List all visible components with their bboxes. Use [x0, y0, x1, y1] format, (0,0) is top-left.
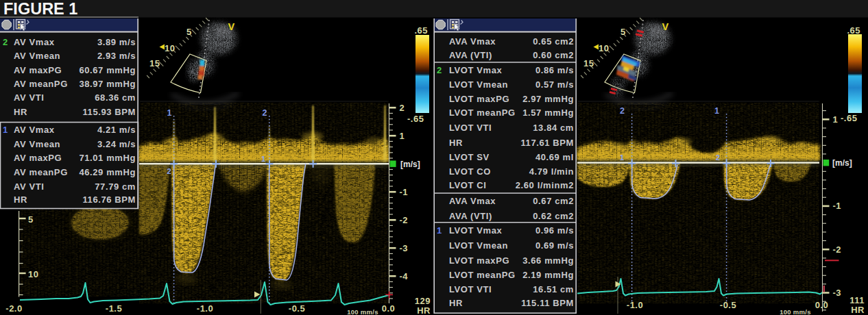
- svg-text:AVA (VTI): AVA (VTI): [449, 211, 492, 221]
- svg-text:2: 2: [437, 65, 442, 75]
- svg-text:-1.0: -1.0: [627, 300, 643, 310]
- svg-text:-2: -2: [833, 244, 842, 255]
- svg-text:1: 1: [167, 108, 172, 118]
- svg-text:0.96 m/s: 0.96 m/s: [535, 225, 574, 236]
- svg-text:AV maxPG: AV maxPG: [14, 153, 62, 163]
- svg-text:15: 15: [583, 58, 594, 68]
- svg-text:LVOT Vmean: LVOT Vmean: [449, 79, 508, 90]
- svg-text:0.0: 0.0: [815, 300, 829, 310]
- svg-text:AVA (VTI): AVA (VTI): [449, 50, 492, 60]
- svg-text:-4: -4: [400, 271, 409, 281]
- svg-text:HR: HR: [14, 107, 27, 117]
- svg-text:38.97 mmHg: 38.97 mmHg: [79, 79, 136, 89]
- svg-text:1: 1: [620, 153, 624, 162]
- svg-text:LVOT meanPG: LVOT meanPG: [449, 108, 516, 118]
- svg-text:AVA Vmax: AVA Vmax: [449, 36, 496, 47]
- svg-text:-1: -1: [833, 201, 842, 211]
- svg-text:10: 10: [28, 269, 38, 279]
- svg-text:1: 1: [714, 106, 719, 116]
- svg-text:3.66 mmHg: 3.66 mmHg: [522, 255, 574, 266]
- svg-text:1: 1: [400, 131, 405, 141]
- svg-text:1.57 mmHg: 1.57 mmHg: [522, 108, 574, 118]
- svg-text:2: 2: [263, 108, 267, 118]
- svg-text:HR: HR: [851, 305, 865, 315]
- svg-text:LVOT CI: LVOT CI: [449, 180, 487, 190]
- svg-text:0.86 m/s: 0.86 m/s: [535, 65, 574, 75]
- svg-text:2.97 mmHg: 2.97 mmHg: [522, 94, 574, 104]
- svg-text:0.0: 0.0: [382, 303, 396, 314]
- svg-text:40.69 ml: 40.69 ml: [535, 152, 574, 162]
- svg-text:HR: HR: [417, 305, 431, 315]
- svg-text:AV VTI: AV VTI: [14, 92, 45, 103]
- svg-text:HR: HR: [449, 138, 463, 148]
- svg-text:HR: HR: [449, 298, 463, 308]
- svg-text:-.65: -.65: [407, 114, 424, 124]
- svg-text:LVOT SV: LVOT SV: [449, 152, 490, 162]
- svg-text:77.79 cm: 77.79 cm: [95, 181, 136, 192]
- svg-text:AV Vmean: AV Vmean: [14, 139, 60, 149]
- svg-text:1: 1: [437, 225, 442, 236]
- svg-text:AV meanPG: AV meanPG: [14, 167, 68, 177]
- svg-text:100 mm/s: 100 mm/s: [347, 308, 378, 315]
- svg-text:100 mm/s: 100 mm/s: [780, 308, 811, 315]
- svg-text:5: 5: [186, 27, 192, 37]
- svg-text:16.51 cm: 16.51 cm: [533, 284, 574, 294]
- svg-text:4.79 l/min: 4.79 l/min: [529, 166, 574, 177]
- svg-text:0.69 m/s: 0.69 m/s: [535, 240, 574, 251]
- svg-text:2.60 l/minm2: 2.60 l/minm2: [516, 180, 574, 190]
- svg-text:71.01 mmHg: 71.01 mmHg: [79, 153, 136, 163]
- svg-text:10: 10: [599, 43, 609, 53]
- svg-text:-1.0: -1.0: [197, 303, 213, 314]
- svg-text:-0.5: -0.5: [289, 303, 305, 314]
- svg-text:-2.0: -2.0: [5, 303, 22, 314]
- svg-text:2: 2: [716, 153, 720, 162]
- svg-text:1: 1: [261, 155, 265, 163]
- svg-text:-2: -2: [400, 215, 409, 225]
- svg-text:2: 2: [167, 167, 171, 175]
- svg-text:AV meanPG: AV meanPG: [14, 79, 68, 89]
- svg-text:-1.5: -1.5: [106, 303, 122, 314]
- svg-text:0.67 cm2: 0.67 cm2: [533, 196, 574, 206]
- svg-text:60.67 mmHg: 60.67 mmHg: [79, 65, 136, 75]
- svg-text:LVOT Vmax: LVOT Vmax: [449, 65, 503, 75]
- svg-text:0.60 cm2: 0.60 cm2: [533, 50, 574, 60]
- svg-text:2.93 m/s: 2.93 m/s: [97, 51, 136, 61]
- svg-text:LVOT meanPG: LVOT meanPG: [449, 270, 516, 280]
- svg-text:-.65: -.65: [841, 113, 857, 123]
- svg-text:AV Vmean: AV Vmean: [14, 51, 60, 61]
- svg-text:10: 10: [165, 43, 175, 53]
- svg-text:LVOT Vmean: LVOT Vmean: [449, 240, 508, 251]
- svg-text:LVOT VTI: LVOT VTI: [449, 284, 492, 294]
- svg-text:0.62 cm2: 0.62 cm2: [533, 211, 574, 221]
- svg-text:1: 1: [3, 125, 8, 135]
- svg-text:-1: -1: [400, 187, 409, 197]
- svg-text:LVOT Vmax: LVOT Vmax: [449, 225, 503, 236]
- svg-text:115.11 BPM: 115.11 BPM: [521, 298, 574, 308]
- svg-text:0.57 m/s: 0.57 m/s: [535, 79, 574, 90]
- svg-text:3.89 m/s: 3.89 m/s: [97, 37, 136, 47]
- svg-text:[m/s]: [m/s]: [400, 160, 420, 169]
- svg-text:2.19 mmHg: 2.19 mmHg: [522, 270, 574, 280]
- svg-text:129: 129: [415, 296, 431, 306]
- svg-text:46.29 mmHg: 46.29 mmHg: [79, 167, 136, 177]
- svg-text:13.84 cm: 13.84 cm: [533, 123, 574, 133]
- svg-text:2: 2: [400, 103, 405, 113]
- svg-text:LVOT VTI: LVOT VTI: [449, 123, 492, 133]
- svg-text:FIGURE 1: FIGURE 1: [3, 0, 77, 18]
- svg-text:4.21 m/s: 4.21 m/s: [97, 125, 136, 135]
- svg-text:HR: HR: [14, 194, 27, 205]
- svg-text:LVOT CO: LVOT CO: [449, 166, 491, 177]
- svg-text:116.76 BPM: 116.76 BPM: [82, 194, 136, 205]
- svg-text:-3: -3: [400, 243, 409, 253]
- svg-text:LVOT maxPG: LVOT maxPG: [449, 255, 509, 266]
- svg-text:5: 5: [620, 27, 626, 37]
- svg-text:.65: .65: [847, 25, 860, 36]
- svg-text:AV Vmax: AV Vmax: [14, 125, 55, 135]
- svg-text:2: 2: [3, 37, 8, 47]
- svg-text:LVOT maxPG: LVOT maxPG: [449, 94, 509, 104]
- svg-text:V: V: [228, 21, 235, 32]
- svg-text:68.36 cm: 68.36 cm: [95, 92, 136, 103]
- svg-text:0.65 cm2: 0.65 cm2: [533, 36, 574, 47]
- svg-text:5: 5: [28, 214, 34, 225]
- svg-text:1: 1: [833, 114, 839, 125]
